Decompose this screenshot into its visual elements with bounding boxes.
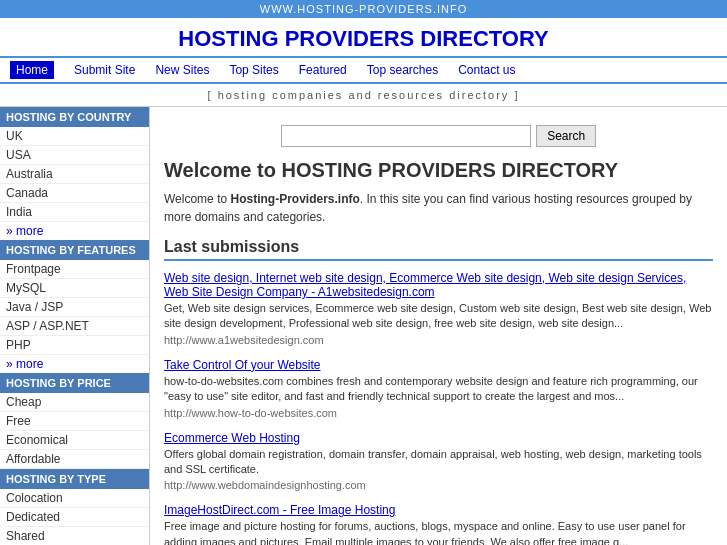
- submission-2-desc: how-to-do-websites.com combines fresh an…: [164, 374, 713, 405]
- submission-3: Ecommerce Web Hosting Offers global doma…: [164, 431, 713, 492]
- submission-3-desc: Offers global domain registration, domai…: [164, 447, 713, 478]
- submission-1-desc: Get, Web site design services, Ecommerce…: [164, 301, 713, 332]
- submission-1-link[interactable]: Web site design, Internet web site desig…: [164, 271, 686, 299]
- submission-2-link[interactable]: Take Control Of your Website: [164, 358, 321, 372]
- welcome-title: Welcome to HOSTING PROVIDERS DIRECTORY: [164, 159, 713, 182]
- sidebar-item-php[interactable]: PHP: [0, 336, 149, 355]
- submission-1: Web site design, Internet web site desig…: [164, 271, 713, 346]
- submission-3-url: http://www.webdomaindesignhosting.com: [164, 479, 713, 491]
- nav-featured[interactable]: Featured: [299, 63, 347, 77]
- submission-3-title: Ecommerce Web Hosting: [164, 431, 713, 445]
- tagline: [ hosting companies and resources direct…: [0, 84, 727, 107]
- top-bar: WWW.HOSTING-PROVIDERS.INFO: [0, 0, 727, 18]
- main-layout: HOSTING BY COUNTRY UK USA Australia Cana…: [0, 107, 727, 545]
- sidebar-item-economical[interactable]: Economical: [0, 431, 149, 450]
- nav-contact-us[interactable]: Contact us: [458, 63, 515, 77]
- submission-3-link[interactable]: Ecommerce Web Hosting: [164, 431, 300, 445]
- welcome-brand: Hosting-Providers.info: [230, 192, 359, 206]
- sidebar-category-type: HOSTING BY TYPE: [0, 469, 149, 489]
- site-title-link[interactable]: HOSTING PROVIDERS DIRECTORY: [178, 26, 548, 51]
- nav-home[interactable]: Home: [10, 61, 54, 79]
- sidebar-item-shared[interactable]: Shared: [0, 527, 149, 545]
- submission-4-link[interactable]: ImageHostDirect.com - Free Image Hosting: [164, 503, 395, 517]
- welcome-text: Welcome to Hosting-Providers.info. In th…: [164, 190, 713, 226]
- nav-new-sites[interactable]: New Sites: [155, 63, 209, 77]
- sidebar-item-canada[interactable]: Canada: [0, 184, 149, 203]
- content-area: Search Welcome to HOSTING PROVIDERS DIRE…: [150, 107, 727, 545]
- sidebar-item-java-jsp[interactable]: Java / JSP: [0, 298, 149, 317]
- top-bar-url: WWW.HOSTING-PROVIDERS.INFO: [260, 3, 468, 15]
- submission-2: Take Control Of your Website how-to-do-w…: [164, 358, 713, 419]
- sidebar-item-mysql[interactable]: MySQL: [0, 279, 149, 298]
- sidebar-category-features: HOSTING BY FEATURES: [0, 240, 149, 260]
- last-submissions-title: Last submissions: [164, 238, 713, 261]
- sidebar-more-features[interactable]: » more: [0, 355, 149, 373]
- submission-1-title: Web site design, Internet web site desig…: [164, 271, 713, 299]
- search-button[interactable]: Search: [536, 125, 596, 147]
- search-area: Search: [164, 117, 713, 159]
- search-input[interactable]: [281, 125, 531, 147]
- nav-top-sites[interactable]: Top Sites: [229, 63, 278, 77]
- sidebar-more-country[interactable]: » more: [0, 222, 149, 240]
- sidebar-item-dedicated[interactable]: Dedicated: [0, 508, 149, 527]
- submission-1-url: http://www.a1websitedesign.com: [164, 334, 713, 346]
- sidebar-item-free[interactable]: Free: [0, 412, 149, 431]
- sidebar: HOSTING BY COUNTRY UK USA Australia Cana…: [0, 107, 150, 545]
- submission-4-title: ImageHostDirect.com - Free Image Hosting: [164, 503, 713, 517]
- sidebar-item-uk[interactable]: UK: [0, 127, 149, 146]
- nav-bar: Home Submit Site New Sites Top Sites Fea…: [0, 56, 727, 84]
- submission-2-title: Take Control Of your Website: [164, 358, 713, 372]
- sidebar-item-india[interactable]: India: [0, 203, 149, 222]
- sidebar-item-asp-aspnet[interactable]: ASP / ASP.NET: [0, 317, 149, 336]
- sidebar-category-country: HOSTING BY COUNTRY: [0, 107, 149, 127]
- submission-2-url: http://www.how-to-do-websites.com: [164, 407, 713, 419]
- site-title: HOSTING PROVIDERS DIRECTORY: [0, 18, 727, 56]
- nav-top-searches[interactable]: Top searches: [367, 63, 438, 77]
- sidebar-item-affordable[interactable]: Affordable: [0, 450, 149, 469]
- nav-submit-site[interactable]: Submit Site: [74, 63, 135, 77]
- sidebar-item-cheap[interactable]: Cheap: [0, 393, 149, 412]
- submission-4-desc: Free image and picture hosting for forum…: [164, 519, 713, 545]
- submission-4: ImageHostDirect.com - Free Image Hosting…: [164, 503, 713, 545]
- sidebar-item-usa[interactable]: USA: [0, 146, 149, 165]
- sidebar-item-frontpage[interactable]: Frontpage: [0, 260, 149, 279]
- sidebar-item-australia[interactable]: Australia: [0, 165, 149, 184]
- sidebar-category-price: HOSTING BY PRICE: [0, 373, 149, 393]
- sidebar-item-colocation[interactable]: Colocation: [0, 489, 149, 508]
